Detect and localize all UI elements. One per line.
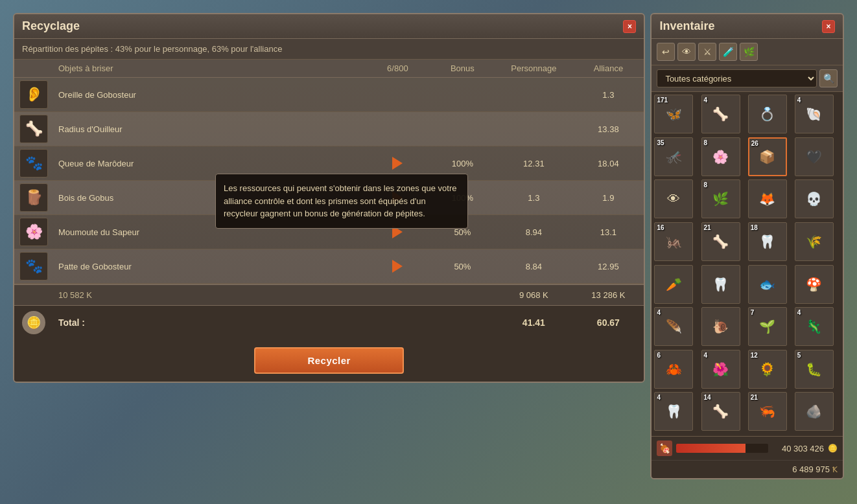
inventory-cell[interactable]: 🐟 — [748, 265, 787, 304]
item-arrow-button[interactable] — [392, 225, 403, 238]
table-row: 🪵Bois de Gobus100%1.31.9 — [14, 181, 644, 215]
inventory-cell[interactable]: 🥕 — [654, 265, 693, 304]
search-button[interactable]: 🔍 — [819, 69, 838, 87]
inventory-cell[interactable]: 4🐚 — [795, 95, 834, 133]
item-icon: 🌸 — [14, 215, 53, 249]
item-bonus: 50% — [430, 227, 495, 237]
col-personnage: Personnage — [495, 63, 572, 73]
item-icon: 🐾 — [14, 146, 53, 180]
inventory-cell[interactable]: 7🌱 — [748, 307, 787, 346]
inventory-cell[interactable]: 4🌺 — [701, 350, 740, 389]
cell-icon: 🦴 — [712, 234, 729, 249]
grand-total-personnage: 41.41 — [495, 317, 572, 328]
cell-icon: 💀 — [806, 191, 822, 207]
cell-count: 16 — [657, 224, 664, 231]
inventory-cell[interactable]: 🐌 — [701, 307, 740, 346]
cell-icon: 💍 — [759, 106, 775, 122]
inventory-cell[interactable]: 🦊 — [748, 179, 787, 218]
col-alliance: Alliance — [572, 63, 644, 73]
inventory-close-button[interactable]: × — [822, 20, 835, 33]
item-bonus: 100% — [430, 193, 495, 203]
cell-icon: 🦗 — [666, 234, 682, 249]
cell-count: 6 — [657, 352, 661, 359]
toolbar-sword-button[interactable]: ⚔ — [698, 43, 716, 61]
totals-kama: 10 582 K — [53, 290, 365, 300]
inventory-cell[interactable]: 18🦷 — [748, 222, 787, 261]
cell-icon: 🦊 — [759, 191, 775, 207]
recycle-button[interactable]: Recycler — [254, 347, 404, 374]
cell-icon: 🦷 — [712, 277, 729, 292]
inventory-cell[interactable]: 4🦴 — [701, 95, 740, 133]
cell-count: 12 — [751, 352, 758, 359]
recycling-close-button[interactable]: × — [623, 20, 636, 33]
inventory-cell[interactable]: 8🌿 — [701, 179, 740, 218]
item-bonus: 100% — [430, 159, 495, 168]
inventory-grid: 171🦋4🦴💍4🐚35🦟8🌸26📦🖤👁8🌿🦊💀16🦗21🦴18🦷🌾🥕🦷🐟🍄4🪶🐌… — [652, 92, 843, 436]
inventory-cell[interactable]: 4🦷 — [654, 392, 693, 431]
col-count: 6/800 — [365, 63, 430, 73]
inventory-cell[interactable]: 14🦴 — [701, 392, 740, 431]
item-arrow-button[interactable] — [392, 191, 403, 204]
item-alliance: 1.9 — [572, 193, 644, 203]
inventory-cell[interactable]: 🦷 — [701, 265, 740, 304]
inventory-cell[interactable]: 5🐛 — [795, 350, 834, 389]
cell-icon: 🐚 — [806, 106, 822, 122]
currency-kama-icon: 🪙 — [828, 444, 838, 453]
inventory-cell[interactable]: 6🦀 — [654, 350, 693, 389]
cell-count: 21 — [704, 224, 711, 231]
cell-icon: 🍄 — [806, 277, 822, 292]
grand-total-icon: 🪙 — [14, 311, 53, 334]
item-arrow-button[interactable] — [392, 157, 403, 170]
col-bonus: Bonus — [430, 63, 495, 73]
inventory-cell[interactable]: 💍 — [748, 95, 787, 133]
inventory-cell[interactable]: 👁 — [654, 179, 693, 218]
cell-icon: 🦴 — [712, 404, 729, 419]
cell-icon: 🦀 — [666, 361, 682, 377]
recycling-subtitle: Répartition des pépites : 43% pour le pe… — [14, 39, 644, 60]
toolbar-back-button[interactable]: ↩ — [657, 43, 675, 61]
inventory-cell[interactable]: 4🦎 — [795, 307, 834, 346]
inventory-cell[interactable]: 35🦟 — [654, 137, 693, 176]
table-row: 🐾Patte de Gobosteur50%8.8412.95 — [14, 249, 644, 284]
cell-icon: 🌾 — [806, 234, 822, 249]
cell-icon: 👁 — [667, 192, 680, 207]
currency-bar-fill — [676, 444, 745, 453]
inventory-header: Inventaire × — [652, 14, 843, 39]
cell-count: 8 — [704, 139, 708, 146]
cell-count: 8 — [704, 181, 708, 189]
inventory-panel: Inventaire × ↩ 👁 ⚔ 🧪 🌿 Toutes catégories… — [650, 13, 844, 479]
inventory-cell[interactable]: 16🦗 — [654, 222, 693, 261]
inventory-cell[interactable]: 8🌸 — [701, 137, 740, 176]
cell-count: 4 — [797, 97, 801, 104]
recycle-btn-container: Recycler — [14, 339, 644, 382]
item-arrow-cell — [365, 157, 430, 170]
inventory-cell[interactable]: 21🦴 — [701, 222, 740, 261]
table-body: 👂Oreille de Gobosteur1.3🦴Radius d'Ouille… — [14, 78, 644, 284]
inventory-cell[interactable]: 🖤 — [795, 137, 834, 176]
item-arrow-cell — [365, 260, 430, 273]
toolbar-bottle-button[interactable]: 🧪 — [719, 43, 737, 61]
inventory-cell[interactable]: 21🦐 — [748, 392, 787, 431]
inventory-cell[interactable]: 💀 — [795, 179, 834, 218]
cell-icon: 🌱 — [759, 319, 775, 334]
col-items: Objets à briser — [53, 63, 365, 73]
cell-icon: 🖤 — [806, 149, 822, 165]
inventory-cell[interactable]: 🌾 — [795, 222, 834, 261]
inventory-cell[interactable]: 26📦 — [748, 137, 787, 176]
currency-bar-bg — [676, 444, 768, 453]
toolbar-leaf-button[interactable]: 🌿 — [740, 43, 758, 61]
col-icon — [14, 63, 53, 73]
item-icon: 🪵 — [14, 181, 53, 214]
totals-alliance: 13 286 K — [572, 290, 644, 300]
item-bonus: 50% — [430, 262, 495, 271]
toolbar-eye-button[interactable]: 👁 — [677, 43, 696, 61]
category-select[interactable]: Toutes catégoriesRessourcesÉquipementsCo… — [657, 69, 817, 87]
inventory-cell[interactable]: 4🪶 — [654, 307, 693, 346]
inventory-cell[interactable]: 171🦋 — [654, 95, 693, 133]
cell-icon: 🦎 — [806, 319, 822, 334]
inventory-cell[interactable]: 12🌻 — [748, 350, 787, 389]
item-arrow-button[interactable] — [392, 260, 403, 273]
inventory-filter: Toutes catégoriesRessourcesÉquipementsCo… — [652, 65, 843, 92]
inventory-cell[interactable]: 🍄 — [795, 265, 834, 304]
inventory-cell[interactable]: 🪨 — [795, 392, 834, 431]
